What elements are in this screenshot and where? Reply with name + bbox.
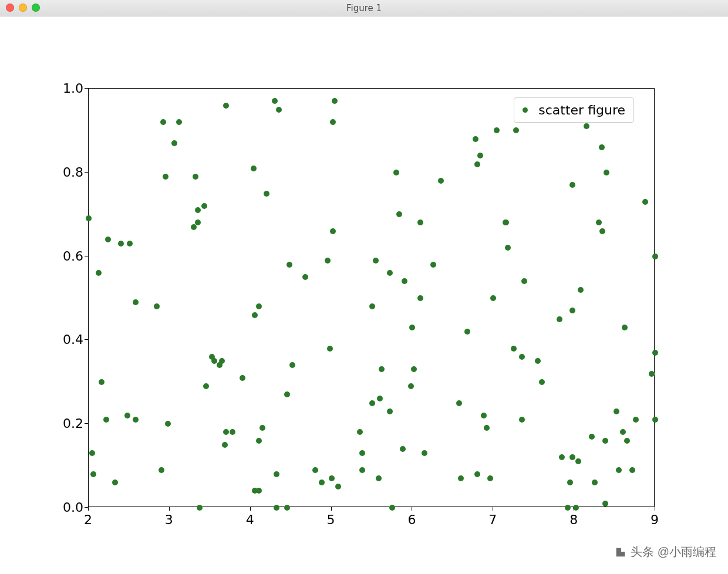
scatter-point bbox=[284, 505, 290, 511]
scatter-point bbox=[481, 413, 487, 418]
scatter-point bbox=[369, 303, 375, 309]
scatter-point bbox=[112, 480, 118, 485]
scatter-point bbox=[160, 119, 166, 125]
scatter-point bbox=[539, 379, 545, 385]
scatter-point bbox=[284, 391, 290, 397]
figure-canvas: 234567890.00.20.40.60.81.0 scatter figur… bbox=[0, 16, 728, 574]
scatter-point bbox=[376, 475, 382, 481]
scatter-point bbox=[259, 425, 265, 431]
scatter-point bbox=[219, 358, 225, 364]
scatter-point bbox=[473, 136, 478, 142]
scatter-point bbox=[393, 170, 399, 175]
scatter-point bbox=[251, 166, 257, 171]
scatter-point bbox=[211, 358, 217, 364]
scatter-point bbox=[513, 127, 519, 133]
x-tick-label: 7 bbox=[488, 512, 497, 527]
scatter-point bbox=[567, 480, 573, 485]
legend-marker-icon bbox=[523, 107, 528, 113]
scatter-point bbox=[584, 123, 589, 129]
titlebar[interactable]: Figure 1 bbox=[0, 0, 728, 16]
scatter-point bbox=[127, 241, 133, 247]
y-tick-label: 0.6 bbox=[63, 248, 83, 263]
scatter-point bbox=[624, 438, 630, 444]
scatter-point bbox=[389, 505, 395, 511]
scatter-point bbox=[411, 366, 417, 372]
scatter-point bbox=[287, 262, 292, 268]
watermark-icon bbox=[614, 546, 627, 559]
scatter-point bbox=[327, 346, 333, 352]
scatter-point bbox=[240, 375, 245, 381]
scatter-point bbox=[633, 417, 639, 423]
window-title: Figure 1 bbox=[0, 3, 728, 13]
scatter-point bbox=[430, 262, 436, 268]
scatter-point bbox=[604, 170, 609, 175]
scatter-point bbox=[256, 438, 262, 444]
scatter-point bbox=[417, 295, 423, 301]
scatter-point bbox=[302, 274, 308, 280]
x-tick-label: 5 bbox=[327, 512, 335, 527]
scatter-point bbox=[276, 107, 282, 113]
scatter-point bbox=[569, 454, 575, 460]
scatter-point bbox=[599, 144, 605, 150]
scatter-point bbox=[274, 505, 279, 511]
watermark-text: 头条 @小雨编程 bbox=[631, 544, 716, 560]
legend: scatter figure bbox=[514, 97, 634, 123]
scatter-point bbox=[614, 408, 619, 414]
scatter-point bbox=[387, 408, 393, 414]
scatter-point bbox=[359, 467, 365, 473]
legend-label: scatter figure bbox=[538, 103, 625, 117]
scatter-point bbox=[521, 278, 527, 284]
scatter-point bbox=[118, 241, 124, 247]
scatter-point bbox=[124, 413, 130, 418]
plot-axes bbox=[88, 88, 655, 507]
scatter-point bbox=[535, 358, 541, 364]
scatter-point bbox=[387, 270, 393, 276]
scatter-point bbox=[195, 207, 201, 213]
fullscreen-icon[interactable] bbox=[32, 4, 40, 12]
scatter-point bbox=[319, 480, 325, 485]
scatter-point bbox=[379, 366, 385, 372]
scatter-point bbox=[511, 346, 517, 352]
scatter-point bbox=[272, 98, 278, 104]
scatter-point bbox=[369, 400, 375, 406]
scatter-point bbox=[519, 417, 525, 423]
scatter-point bbox=[409, 325, 415, 330]
scatter-point bbox=[417, 220, 423, 225]
x-tick-label: 9 bbox=[651, 512, 659, 527]
scatter-point bbox=[559, 454, 565, 460]
scatter-point bbox=[99, 379, 105, 385]
scatter-point bbox=[195, 220, 201, 225]
close-icon[interactable] bbox=[6, 4, 14, 12]
scatter-point bbox=[133, 417, 139, 423]
scatter-point bbox=[569, 308, 575, 313]
scatter-point bbox=[474, 471, 480, 477]
scatter-point bbox=[357, 429, 363, 435]
scatter-point bbox=[474, 161, 480, 167]
minimize-icon[interactable] bbox=[19, 4, 27, 12]
scatter-point bbox=[578, 287, 584, 293]
scatter-point bbox=[596, 220, 602, 225]
scatter-point bbox=[589, 434, 595, 440]
scatter-point bbox=[373, 258, 379, 264]
scatter-point bbox=[359, 450, 365, 456]
scatter-point bbox=[575, 458, 581, 464]
scatter-point bbox=[203, 383, 209, 389]
scatter-point bbox=[599, 228, 605, 234]
scatter-point bbox=[159, 467, 164, 473]
scatter-point bbox=[89, 450, 95, 456]
scatter-point bbox=[86, 215, 92, 221]
scatter-point bbox=[402, 278, 407, 284]
scatter-point bbox=[176, 119, 182, 125]
scatter-point bbox=[484, 425, 490, 431]
scatter-point bbox=[312, 467, 318, 473]
scatter-point bbox=[230, 429, 235, 435]
x-tick-label: 6 bbox=[407, 512, 416, 527]
scatter-point bbox=[652, 254, 658, 259]
scatter-point bbox=[642, 199, 648, 205]
y-tick-label: 0.8 bbox=[63, 164, 83, 179]
scatter-point bbox=[456, 400, 462, 406]
scatter-point bbox=[505, 245, 511, 251]
scatter-point bbox=[154, 303, 160, 309]
scatter-point bbox=[171, 140, 177, 146]
x-tick-label: 8 bbox=[569, 512, 578, 527]
